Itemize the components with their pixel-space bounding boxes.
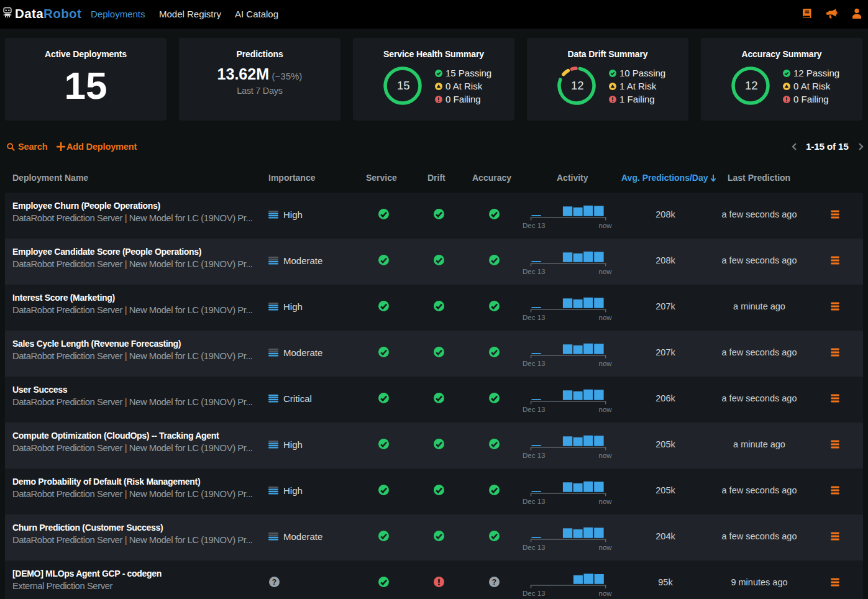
svg-text:now: now: [599, 452, 613, 459]
svg-text:15: 15: [397, 79, 410, 92]
svg-text:now: now: [599, 222, 613, 229]
svg-text:now: now: [599, 268, 613, 275]
svg-text:Dec 13: Dec 13: [523, 590, 545, 597]
svg-text:now: now: [599, 544, 613, 551]
svg-text:now: now: [599, 498, 613, 505]
svg-text:Dec 13: Dec 13: [523, 360, 545, 367]
svg-text:now: now: [599, 360, 613, 367]
svg-text:Dec 13: Dec 13: [523, 222, 545, 229]
svg-text:Dec 13: Dec 13: [523, 452, 545, 459]
svg-text:?: ?: [272, 578, 276, 587]
svg-text:now: now: [599, 314, 613, 321]
svg-text:12: 12: [571, 79, 584, 92]
svg-text:12: 12: [745, 79, 758, 92]
svg-text:Dec 13: Dec 13: [523, 314, 545, 321]
svg-text:Dec 13: Dec 13: [523, 544, 545, 551]
svg-text:Dec 13: Dec 13: [523, 498, 545, 505]
svg-text:now: now: [599, 590, 613, 597]
svg-text:Dec 13: Dec 13: [523, 406, 545, 413]
svg-text:?: ?: [491, 578, 496, 587]
svg-text:Dec 13: Dec 13: [523, 268, 545, 275]
svg-text:now: now: [599, 406, 613, 413]
